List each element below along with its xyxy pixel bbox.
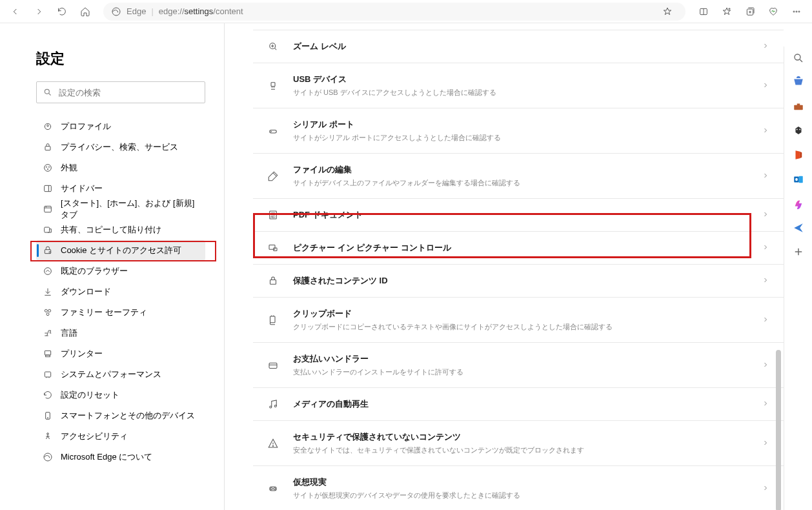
nav-label: 言語 bbox=[61, 327, 77, 339]
favorite-star-button[interactable] bbox=[657, 1, 678, 22]
svg-point-43 bbox=[274, 405, 276, 407]
favorites-button[interactable] bbox=[716, 1, 737, 22]
permission-title: お支払いハンドラー bbox=[293, 353, 747, 365]
nav-item-5[interactable]: 共有、コピーして貼り付け bbox=[36, 219, 205, 240]
sidebar-divider bbox=[224, 23, 225, 510]
settings-title: 設定 bbox=[36, 49, 205, 68]
rail-games-icon[interactable] bbox=[792, 125, 805, 138]
svg-point-11 bbox=[46, 167, 46, 167]
content-scrollbar[interactable] bbox=[775, 46, 782, 510]
permission-icon bbox=[267, 438, 279, 449]
rail-office-icon[interactable] bbox=[792, 148, 805, 161]
permission-title: シリアル ポート bbox=[293, 119, 747, 130]
refresh-button[interactable] bbox=[52, 1, 72, 22]
permission-body: USB デバイスサイトが USB デバイスにアクセスしようとした場合に確認する bbox=[293, 74, 747, 97]
svg-rect-14 bbox=[45, 185, 52, 191]
svg-point-12 bbox=[48, 167, 49, 167]
permission-row-2[interactable]: シリアル ポートサイトがシリアル ポートにアクセスしようとした場合に確認する bbox=[253, 108, 784, 154]
nav-item-16[interactable]: Microsoft Edge について bbox=[36, 447, 205, 467]
health-button[interactable] bbox=[763, 1, 784, 22]
nav-item-11[interactable]: プリンター bbox=[36, 343, 205, 364]
back-button[interactable] bbox=[5, 1, 26, 22]
rail-send-icon[interactable] bbox=[792, 221, 805, 234]
settings-search-box[interactable] bbox=[36, 81, 205, 103]
nav-icon bbox=[43, 183, 53, 194]
collections-button[interactable] bbox=[740, 1, 760, 22]
permission-row-6[interactable]: 保護されたコンテンツ ID bbox=[253, 265, 784, 298]
permission-desc: サイトがシリアル ポートにアクセスしようとした場合に確認する bbox=[293, 133, 747, 143]
nav-item-3[interactable]: サイドバー bbox=[36, 178, 205, 199]
permission-row-0[interactable]: ズーム レベル bbox=[253, 30, 784, 63]
address-bar[interactable]: Edge | edge://settings/content bbox=[103, 3, 685, 21]
nav-label: 既定のブラウザー bbox=[61, 265, 128, 277]
nav-item-4[interactable]: [スタート]、[ホーム]、および [新規] タブ bbox=[36, 199, 205, 219]
nav-icon bbox=[43, 204, 53, 214]
split-screen-button[interactable] bbox=[693, 1, 714, 22]
permission-body: ズーム レベル bbox=[293, 41, 747, 52]
svg-rect-32 bbox=[271, 82, 275, 86]
permission-title: セキュリティで保護されていないコンテンツ bbox=[293, 431, 747, 443]
svg-point-30 bbox=[44, 453, 52, 461]
permission-row-1[interactable]: USB デバイスサイトが USB デバイスにアクセスしようとした場合に確認する bbox=[253, 63, 784, 108]
permission-body: PDF ドキュメント bbox=[293, 209, 747, 221]
permission-row-8[interactable]: お支払いハンドラー支払いハンドラーのインストールをサイトに許可する bbox=[253, 343, 784, 388]
rail-search-icon[interactable] bbox=[792, 52, 805, 65]
nav-item-15[interactable]: アクセシビリティ bbox=[36, 426, 205, 447]
permission-row-9[interactable]: メディアの自動再生 bbox=[253, 388, 784, 421]
svg-point-48 bbox=[795, 54, 800, 60]
permission-row-5[interactable]: ピクチャー イン ピクチャー コントロール bbox=[253, 232, 784, 265]
nav-item-8[interactable]: ダウンロード bbox=[36, 281, 205, 302]
permission-title: ファイルの編集 bbox=[293, 164, 747, 176]
nav-item-1[interactable]: プライバシー、検索、サービス bbox=[36, 137, 205, 158]
nav-item-2[interactable]: 外観 bbox=[36, 158, 205, 178]
home-button[interactable] bbox=[75, 1, 96, 22]
svg-rect-24 bbox=[45, 351, 50, 355]
nav-item-9[interactable]: ファミリー セーフティ bbox=[36, 302, 205, 323]
svg-point-55 bbox=[795, 178, 798, 181]
forward-button[interactable] bbox=[28, 1, 49, 22]
nav-item-13[interactable]: 設定のリセット bbox=[36, 385, 205, 405]
permission-icon bbox=[267, 275, 279, 287]
nav-icon bbox=[43, 452, 53, 462]
svg-point-20 bbox=[45, 268, 52, 275]
svg-point-47 bbox=[274, 487, 276, 489]
nav-item-6[interactable]: Cookie とサイトのアクセス許可 bbox=[36, 240, 205, 261]
svg-point-6 bbox=[45, 89, 49, 94]
svg-point-46 bbox=[270, 487, 272, 489]
nav-item-0[interactable]: プロファイル bbox=[36, 116, 205, 137]
nav-icon bbox=[43, 431, 53, 442]
settings-search-input[interactable] bbox=[59, 88, 198, 97]
copilot-button[interactable] bbox=[787, 3, 808, 21]
nav-item-12[interactable]: システムとパフォーマンス bbox=[36, 364, 205, 385]
nav-item-14[interactable]: スマートフォンとその他のデバイス bbox=[36, 405, 205, 426]
scrollbar-thumb[interactable] bbox=[776, 350, 781, 510]
permission-row-3[interactable]: ファイルの編集サイトがデバイス上のファイルやフォルダーを編集する場合に確認する bbox=[253, 154, 784, 199]
permission-title: メディアの自動再生 bbox=[293, 398, 747, 410]
permission-title: ズーム レベル bbox=[293, 41, 747, 52]
svg-rect-26 bbox=[45, 372, 50, 377]
nav-item-7[interactable]: 既定のブラウザー bbox=[36, 261, 205, 281]
permission-body: お支払いハンドラー支払いハンドラーのインストールをサイトに許可する bbox=[293, 353, 747, 377]
permission-row-11[interactable]: 仮想現実サイトが仮想現実のデバイスやデータの使用を要求したときに確認する bbox=[253, 466, 784, 510]
rail-add-button[interactable] bbox=[792, 246, 805, 259]
chevron-right-icon bbox=[762, 483, 769, 495]
svg-point-52 bbox=[799, 129, 800, 130]
nav-item-10[interactable]: 言語 bbox=[36, 323, 205, 343]
permission-title: 保護されたコンテンツ ID bbox=[293, 275, 747, 287]
rail-outlook-icon[interactable] bbox=[792, 173, 805, 186]
svg-point-22 bbox=[48, 309, 51, 312]
permission-row-7[interactable]: クリップボードクリップボードにコピーされているテキストや画像にサイトがアクセスし… bbox=[253, 298, 784, 343]
svg-point-10 bbox=[45, 165, 52, 172]
rail-tools-icon[interactable] bbox=[792, 100, 805, 113]
permission-row-4[interactable]: PDFPDF ドキュメント bbox=[253, 199, 784, 232]
chevron-right-icon bbox=[762, 398, 769, 410]
svg-point-0 bbox=[112, 8, 120, 15]
chevron-right-icon bbox=[762, 275, 769, 287]
rail-shopping-icon[interactable] bbox=[792, 76, 805, 89]
rail-designer-icon[interactable] bbox=[792, 197, 805, 210]
permission-row-10[interactable]: セキュリティで保護されていないコンテンツ安全なサイトでは、セキュリティで保護され… bbox=[253, 421, 784, 466]
permission-body: ファイルの編集サイトがデバイス上のファイルやフォルダーを編集する場合に確認する bbox=[293, 164, 747, 188]
chevron-right-icon bbox=[762, 209, 769, 221]
svg-rect-15 bbox=[45, 206, 52, 212]
permission-desc: サイトが USB デバイスにアクセスしようとした場合に確認する bbox=[293, 88, 747, 97]
